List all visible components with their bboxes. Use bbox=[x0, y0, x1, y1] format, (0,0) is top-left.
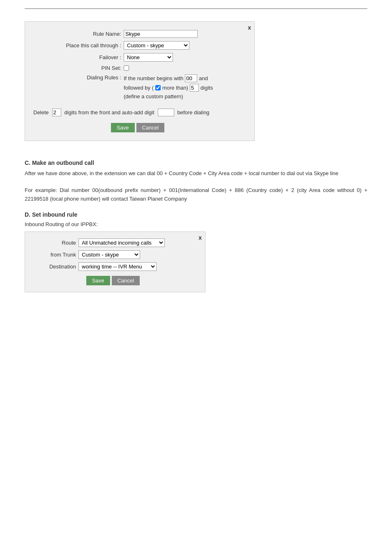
dialing-line-2: followed by ( more than) digits bbox=[124, 84, 213, 92]
pin-set-checkbox[interactable] bbox=[124, 65, 129, 71]
outbound-dialog: x Rule Name: Place this call through : C… bbox=[25, 21, 255, 141]
inbound-btn-row: Save Cancel bbox=[33, 276, 193, 285]
dialing-rules-row: Dialing Rules : If the number begins wit… bbox=[33, 74, 242, 101]
delete-middle-text: digits from the front and auto-add digit bbox=[65, 109, 154, 116]
dialing-line-1: If the number begins with and bbox=[124, 74, 213, 82]
pin-set-row: PIN Set: bbox=[33, 65, 242, 71]
section-c-body2: For example: Dial number 00(outbound pre… bbox=[25, 186, 367, 204]
dialing-line1-suffix: and bbox=[199, 75, 208, 81]
place-call-select[interactable]: Custom - skype bbox=[124, 41, 189, 50]
dialing-line-3: (define a custom pattern) bbox=[124, 93, 213, 99]
auto-add-digit-input[interactable] bbox=[158, 109, 174, 116]
section-c-body1: After we have done above, in the extensi… bbox=[25, 169, 367, 178]
from-trunk-label: from Trunk bbox=[33, 252, 78, 258]
dialing-line2-middle: more than) bbox=[162, 85, 188, 91]
delete-suffix: before dialing bbox=[178, 109, 210, 116]
dialing-rules-label: Dialing Rules : bbox=[33, 74, 124, 81]
top-divider bbox=[25, 8, 367, 9]
route-row: Route All Unmatched incoming calls bbox=[33, 238, 193, 247]
dialing-line2-suffix: digits bbox=[201, 85, 213, 91]
outbound-save-button[interactable]: Save bbox=[111, 123, 135, 132]
destination-select[interactable]: working time -- IVR Menu bbox=[78, 262, 157, 271]
dialing-line1-prefix: If the number begins with bbox=[124, 75, 183, 81]
place-call-row: Place this call through : Custom - skype bbox=[33, 41, 242, 50]
dialing-rules-content: If the number begins with and followed b… bbox=[124, 74, 213, 101]
delete-row: Delete digits from the front and auto-ad… bbox=[33, 109, 242, 116]
inbound-routing-label: Inbound Routing of our IPPBX: bbox=[25, 221, 367, 227]
destination-label: Destination bbox=[33, 264, 78, 270]
delete-label: Delete bbox=[33, 109, 49, 116]
rule-name-row: Rule Name: bbox=[33, 30, 242, 38]
delete-digits-input[interactable] bbox=[52, 109, 61, 116]
failover-label: Failover : bbox=[33, 54, 124, 60]
close-icon[interactable]: x bbox=[248, 24, 251, 31]
from-trunk-row: from Trunk Custom - skype bbox=[33, 250, 193, 259]
outbound-cancel-button[interactable]: Cancel bbox=[136, 123, 164, 132]
section-c-heading: C. Make an outbound call bbox=[25, 160, 367, 166]
route-label: Route bbox=[33, 240, 78, 246]
dialing-line2-prefix: followed by ( bbox=[124, 85, 154, 91]
inbound-dialog: x Route All Unmatched incoming calls fro… bbox=[25, 231, 205, 292]
dialing-begins-with-input[interactable] bbox=[185, 74, 197, 82]
from-trunk-select[interactable]: Custom - skype bbox=[78, 250, 140, 259]
outbound-btn-row: Save Cancel bbox=[33, 123, 242, 132]
pin-set-label: PIN Set: bbox=[33, 65, 124, 71]
dialing-more-than-checkbox[interactable] bbox=[155, 85, 161, 90]
inbound-close-icon[interactable]: x bbox=[198, 234, 202, 241]
place-call-label: Place this call through : bbox=[33, 42, 124, 49]
rule-name-input[interactable] bbox=[124, 30, 198, 38]
rule-name-label: Rule Name: bbox=[33, 31, 124, 37]
section-d: D. Set inbound rule Inbound Routing of o… bbox=[25, 211, 367, 292]
failover-row: Failover : None bbox=[33, 53, 242, 62]
failover-select[interactable]: None bbox=[124, 53, 173, 62]
dialing-digits-input[interactable] bbox=[190, 84, 199, 92]
dialing-custom-pattern: (define a custom pattern) bbox=[124, 93, 183, 99]
section-c: C. Make an outbound call After we have d… bbox=[25, 160, 367, 203]
route-select[interactable]: All Unmatched incoming calls bbox=[78, 238, 165, 247]
inbound-save-button[interactable]: Save bbox=[86, 276, 110, 285]
destination-row: Destination working time -- IVR Menu bbox=[33, 262, 193, 271]
inbound-cancel-button[interactable]: Cancel bbox=[112, 276, 140, 285]
section-d-heading: D. Set inbound rule bbox=[25, 211, 367, 218]
